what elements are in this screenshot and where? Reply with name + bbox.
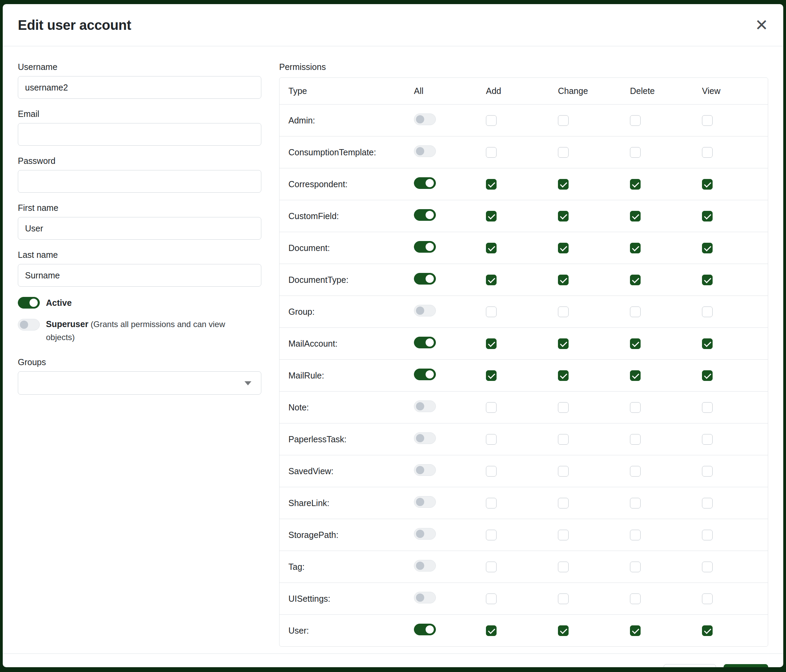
permission-add-checkbox[interactable] (486, 115, 497, 126)
permission-delete-checkbox[interactable] (630, 530, 641, 540)
permission-view-checkbox[interactable] (702, 370, 713, 381)
permission-change-checkbox[interactable] (558, 466, 569, 477)
first-name-input[interactable] (18, 217, 261, 240)
superuser-toggle[interactable] (18, 319, 40, 331)
permission-view-checkbox[interactable] (702, 211, 713, 221)
permission-all-toggle[interactable] (414, 496, 436, 508)
permission-delete-checkbox[interactable] (630, 211, 641, 221)
last-name-input[interactable] (18, 264, 261, 287)
permission-change-checkbox[interactable] (558, 147, 569, 158)
permission-change-checkbox[interactable] (558, 593, 569, 604)
close-icon[interactable]: ✕ (755, 17, 768, 33)
permission-delete-checkbox[interactable] (630, 593, 641, 604)
permission-add-checkbox[interactable] (486, 498, 497, 509)
username-input[interactable] (18, 76, 261, 99)
permission-add-checkbox[interactable] (486, 211, 497, 221)
permission-add-checkbox[interactable] (486, 562, 497, 572)
permission-add-checkbox[interactable] (486, 530, 497, 540)
permission-add-checkbox[interactable] (486, 338, 497, 349)
permission-view-checkbox[interactable] (702, 498, 713, 509)
permission-view-checkbox[interactable] (702, 147, 713, 158)
permissions-label: Permissions (279, 62, 768, 72)
permission-add-checkbox[interactable] (486, 179, 497, 190)
email-input[interactable] (18, 123, 261, 146)
permission-delete-checkbox[interactable] (630, 338, 641, 349)
permission-add-checkbox[interactable] (486, 402, 497, 413)
permission-change-checkbox[interactable] (558, 530, 569, 540)
permission-view-checkbox[interactable] (702, 243, 713, 253)
permission-view-checkbox[interactable] (702, 562, 713, 572)
permission-delete-checkbox[interactable] (630, 402, 641, 413)
permission-change-checkbox[interactable] (558, 402, 569, 413)
permission-delete-checkbox[interactable] (630, 306, 641, 317)
permission-add-checkbox[interactable] (486, 275, 497, 285)
permission-all-toggle[interactable] (414, 592, 436, 603)
permission-change-checkbox[interactable] (558, 625, 569, 636)
permission-delete-cell (624, 200, 696, 232)
permission-view-checkbox[interactable] (702, 625, 713, 636)
permission-add-checkbox[interactable] (486, 147, 497, 158)
permission-view-checkbox[interactable] (702, 466, 713, 477)
permission-view-checkbox[interactable] (702, 338, 713, 349)
permission-change-checkbox[interactable] (558, 370, 569, 381)
permission-all-toggle[interactable] (414, 305, 436, 316)
permission-delete-checkbox[interactable] (630, 243, 641, 253)
permission-change-checkbox[interactable] (558, 498, 569, 509)
permission-delete-checkbox[interactable] (630, 147, 641, 158)
permission-add-checkbox[interactable] (486, 625, 497, 636)
permission-change-checkbox[interactable] (558, 306, 569, 317)
permission-all-toggle[interactable] (414, 113, 436, 125)
permission-all-toggle[interactable] (414, 241, 436, 253)
permission-change-checkbox[interactable] (558, 434, 569, 445)
permission-all-toggle[interactable] (414, 145, 436, 157)
save-button[interactable]: Save (723, 664, 768, 667)
permission-delete-checkbox[interactable] (630, 498, 641, 509)
permission-all-toggle[interactable] (414, 177, 436, 189)
permission-change-checkbox[interactable] (558, 211, 569, 221)
permission-delete-checkbox[interactable] (630, 562, 641, 572)
permission-delete-checkbox[interactable] (630, 115, 641, 126)
permission-all-toggle[interactable] (414, 369, 436, 380)
permission-view-checkbox[interactable] (702, 179, 713, 190)
password-input[interactable] (18, 170, 261, 193)
permission-add-checkbox[interactable] (486, 466, 497, 477)
permission-change-checkbox[interactable] (558, 243, 569, 253)
permission-add-checkbox[interactable] (486, 243, 497, 253)
cancel-button[interactable]: Cancel (663, 664, 716, 667)
permission-all-toggle[interactable] (414, 464, 436, 476)
permission-all-toggle[interactable] (414, 624, 436, 635)
permission-view-checkbox[interactable] (702, 434, 713, 445)
permission-view-checkbox[interactable] (702, 275, 713, 285)
permission-all-toggle[interactable] (414, 337, 436, 349)
permission-all-toggle[interactable] (414, 273, 436, 284)
permission-add-checkbox[interactable] (486, 370, 497, 381)
permission-change-checkbox[interactable] (558, 115, 569, 126)
permission-all-toggle[interactable] (414, 560, 436, 572)
permission-change-checkbox[interactable] (558, 179, 569, 190)
permission-change-checkbox[interactable] (558, 338, 569, 349)
permission-all-toggle[interactable] (414, 209, 436, 221)
permission-all-toggle[interactable] (414, 432, 436, 444)
permission-view-checkbox[interactable] (702, 402, 713, 413)
permission-delete-checkbox[interactable] (630, 625, 641, 636)
permission-all-toggle[interactable] (414, 528, 436, 540)
permission-view-checkbox[interactable] (702, 593, 713, 604)
permission-view-checkbox[interactable] (702, 530, 713, 540)
permission-delete-checkbox[interactable] (630, 466, 641, 477)
permission-view-checkbox[interactable] (702, 115, 713, 126)
permission-add-checkbox[interactable] (486, 593, 497, 604)
permission-type-label: Tag: (280, 551, 408, 583)
active-toggle[interactable] (18, 297, 40, 309)
permission-delete-checkbox[interactable] (630, 179, 641, 190)
permission-add-cell (480, 455, 552, 487)
permission-delete-checkbox[interactable] (630, 275, 641, 285)
permission-add-checkbox[interactable] (486, 306, 497, 317)
permission-change-checkbox[interactable] (558, 275, 569, 285)
permission-change-checkbox[interactable] (558, 562, 569, 572)
permission-delete-checkbox[interactable] (630, 434, 641, 445)
permission-all-toggle[interactable] (414, 400, 436, 412)
permission-view-checkbox[interactable] (702, 306, 713, 317)
permission-delete-checkbox[interactable] (630, 370, 641, 381)
permission-add-checkbox[interactable] (486, 434, 497, 445)
groups-select[interactable] (18, 371, 261, 395)
